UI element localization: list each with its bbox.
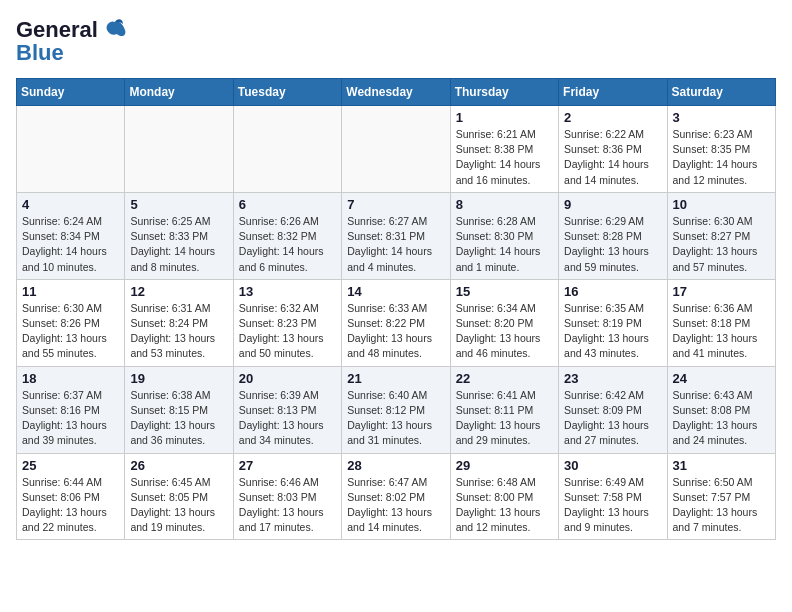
- calendar-day-cell: 22Sunrise: 6:41 AMSunset: 8:11 PMDayligh…: [450, 366, 558, 453]
- calendar-header-row: SundayMondayTuesdayWednesdayThursdayFrid…: [17, 79, 776, 106]
- day-number: 30: [564, 458, 661, 473]
- calendar-empty-cell: [342, 106, 450, 193]
- calendar-week-row: 1Sunrise: 6:21 AMSunset: 8:38 PMDaylight…: [17, 106, 776, 193]
- calendar-empty-cell: [17, 106, 125, 193]
- weekday-header-thursday: Thursday: [450, 79, 558, 106]
- calendar-week-row: 25Sunrise: 6:44 AMSunset: 8:06 PMDayligh…: [17, 453, 776, 540]
- day-number: 18: [22, 371, 119, 386]
- day-info: Sunrise: 6:39 AMSunset: 8:13 PMDaylight:…: [239, 388, 336, 449]
- calendar-day-cell: 17Sunrise: 6:36 AMSunset: 8:18 PMDayligh…: [667, 279, 775, 366]
- day-info: Sunrise: 6:46 AMSunset: 8:03 PMDaylight:…: [239, 475, 336, 536]
- day-number: 16: [564, 284, 661, 299]
- calendar-day-cell: 25Sunrise: 6:44 AMSunset: 8:06 PMDayligh…: [17, 453, 125, 540]
- day-info: Sunrise: 6:30 AMSunset: 8:26 PMDaylight:…: [22, 301, 119, 362]
- calendar-day-cell: 2Sunrise: 6:22 AMSunset: 8:36 PMDaylight…: [559, 106, 667, 193]
- day-info: Sunrise: 6:28 AMSunset: 8:30 PMDaylight:…: [456, 214, 553, 275]
- calendar-day-cell: 31Sunrise: 6:50 AMSunset: 7:57 PMDayligh…: [667, 453, 775, 540]
- page-header: General Blue: [16, 16, 776, 66]
- calendar-week-row: 4Sunrise: 6:24 AMSunset: 8:34 PMDaylight…: [17, 192, 776, 279]
- calendar-day-cell: 27Sunrise: 6:46 AMSunset: 8:03 PMDayligh…: [233, 453, 341, 540]
- day-info: Sunrise: 6:40 AMSunset: 8:12 PMDaylight:…: [347, 388, 444, 449]
- day-number: 5: [130, 197, 227, 212]
- day-info: Sunrise: 6:44 AMSunset: 8:06 PMDaylight:…: [22, 475, 119, 536]
- calendar-day-cell: 6Sunrise: 6:26 AMSunset: 8:32 PMDaylight…: [233, 192, 341, 279]
- day-info: Sunrise: 6:50 AMSunset: 7:57 PMDaylight:…: [673, 475, 770, 536]
- weekday-header-monday: Monday: [125, 79, 233, 106]
- calendar-week-row: 11Sunrise: 6:30 AMSunset: 8:26 PMDayligh…: [17, 279, 776, 366]
- day-info: Sunrise: 6:27 AMSunset: 8:31 PMDaylight:…: [347, 214, 444, 275]
- day-number: 7: [347, 197, 444, 212]
- day-number: 19: [130, 371, 227, 386]
- day-number: 10: [673, 197, 770, 212]
- calendar-day-cell: 14Sunrise: 6:33 AMSunset: 8:22 PMDayligh…: [342, 279, 450, 366]
- weekday-header-saturday: Saturday: [667, 79, 775, 106]
- day-info: Sunrise: 6:22 AMSunset: 8:36 PMDaylight:…: [564, 127, 661, 188]
- day-number: 31: [673, 458, 770, 473]
- calendar-day-cell: 13Sunrise: 6:32 AMSunset: 8:23 PMDayligh…: [233, 279, 341, 366]
- day-number: 24: [673, 371, 770, 386]
- calendar-empty-cell: [233, 106, 341, 193]
- day-number: 2: [564, 110, 661, 125]
- day-info: Sunrise: 6:30 AMSunset: 8:27 PMDaylight:…: [673, 214, 770, 275]
- day-number: 14: [347, 284, 444, 299]
- calendar-day-cell: 4Sunrise: 6:24 AMSunset: 8:34 PMDaylight…: [17, 192, 125, 279]
- day-info: Sunrise: 6:47 AMSunset: 8:02 PMDaylight:…: [347, 475, 444, 536]
- calendar-day-cell: 7Sunrise: 6:27 AMSunset: 8:31 PMDaylight…: [342, 192, 450, 279]
- day-number: 29: [456, 458, 553, 473]
- calendar-day-cell: 28Sunrise: 6:47 AMSunset: 8:02 PMDayligh…: [342, 453, 450, 540]
- weekday-header-tuesday: Tuesday: [233, 79, 341, 106]
- day-info: Sunrise: 6:36 AMSunset: 8:18 PMDaylight:…: [673, 301, 770, 362]
- day-number: 1: [456, 110, 553, 125]
- day-number: 20: [239, 371, 336, 386]
- day-info: Sunrise: 6:34 AMSunset: 8:20 PMDaylight:…: [456, 301, 553, 362]
- logo-bird-icon: [101, 16, 129, 44]
- day-info: Sunrise: 6:38 AMSunset: 8:15 PMDaylight:…: [130, 388, 227, 449]
- day-number: 3: [673, 110, 770, 125]
- calendar-day-cell: 12Sunrise: 6:31 AMSunset: 8:24 PMDayligh…: [125, 279, 233, 366]
- calendar-day-cell: 5Sunrise: 6:25 AMSunset: 8:33 PMDaylight…: [125, 192, 233, 279]
- day-info: Sunrise: 6:24 AMSunset: 8:34 PMDaylight:…: [22, 214, 119, 275]
- day-info: Sunrise: 6:21 AMSunset: 8:38 PMDaylight:…: [456, 127, 553, 188]
- weekday-header-wednesday: Wednesday: [342, 79, 450, 106]
- day-info: Sunrise: 6:33 AMSunset: 8:22 PMDaylight:…: [347, 301, 444, 362]
- day-info: Sunrise: 6:42 AMSunset: 8:09 PMDaylight:…: [564, 388, 661, 449]
- calendar-day-cell: 24Sunrise: 6:43 AMSunset: 8:08 PMDayligh…: [667, 366, 775, 453]
- day-number: 8: [456, 197, 553, 212]
- day-number: 27: [239, 458, 336, 473]
- calendar-week-row: 18Sunrise: 6:37 AMSunset: 8:16 PMDayligh…: [17, 366, 776, 453]
- day-info: Sunrise: 6:31 AMSunset: 8:24 PMDaylight:…: [130, 301, 227, 362]
- weekday-header-sunday: Sunday: [17, 79, 125, 106]
- day-number: 28: [347, 458, 444, 473]
- weekday-header-friday: Friday: [559, 79, 667, 106]
- calendar-day-cell: 20Sunrise: 6:39 AMSunset: 8:13 PMDayligh…: [233, 366, 341, 453]
- calendar-day-cell: 11Sunrise: 6:30 AMSunset: 8:26 PMDayligh…: [17, 279, 125, 366]
- day-number: 22: [456, 371, 553, 386]
- day-info: Sunrise: 6:43 AMSunset: 8:08 PMDaylight:…: [673, 388, 770, 449]
- calendar-day-cell: 10Sunrise: 6:30 AMSunset: 8:27 PMDayligh…: [667, 192, 775, 279]
- day-number: 21: [347, 371, 444, 386]
- day-info: Sunrise: 6:32 AMSunset: 8:23 PMDaylight:…: [239, 301, 336, 362]
- day-info: Sunrise: 6:45 AMSunset: 8:05 PMDaylight:…: [130, 475, 227, 536]
- day-number: 11: [22, 284, 119, 299]
- calendar-day-cell: 29Sunrise: 6:48 AMSunset: 8:00 PMDayligh…: [450, 453, 558, 540]
- calendar-day-cell: 26Sunrise: 6:45 AMSunset: 8:05 PMDayligh…: [125, 453, 233, 540]
- day-number: 15: [456, 284, 553, 299]
- calendar-table: SundayMondayTuesdayWednesdayThursdayFrid…: [16, 78, 776, 540]
- day-number: 17: [673, 284, 770, 299]
- calendar-day-cell: 19Sunrise: 6:38 AMSunset: 8:15 PMDayligh…: [125, 366, 233, 453]
- calendar-day-cell: 15Sunrise: 6:34 AMSunset: 8:20 PMDayligh…: [450, 279, 558, 366]
- day-info: Sunrise: 6:35 AMSunset: 8:19 PMDaylight:…: [564, 301, 661, 362]
- day-number: 4: [22, 197, 119, 212]
- logo: General Blue: [16, 16, 129, 66]
- day-info: Sunrise: 6:23 AMSunset: 8:35 PMDaylight:…: [673, 127, 770, 188]
- day-info: Sunrise: 6:41 AMSunset: 8:11 PMDaylight:…: [456, 388, 553, 449]
- day-info: Sunrise: 6:48 AMSunset: 8:00 PMDaylight:…: [456, 475, 553, 536]
- calendar-day-cell: 3Sunrise: 6:23 AMSunset: 8:35 PMDaylight…: [667, 106, 775, 193]
- calendar-day-cell: 9Sunrise: 6:29 AMSunset: 8:28 PMDaylight…: [559, 192, 667, 279]
- day-info: Sunrise: 6:29 AMSunset: 8:28 PMDaylight:…: [564, 214, 661, 275]
- calendar-day-cell: 30Sunrise: 6:49 AMSunset: 7:58 PMDayligh…: [559, 453, 667, 540]
- calendar-empty-cell: [125, 106, 233, 193]
- day-number: 9: [564, 197, 661, 212]
- day-info: Sunrise: 6:26 AMSunset: 8:32 PMDaylight:…: [239, 214, 336, 275]
- day-info: Sunrise: 6:49 AMSunset: 7:58 PMDaylight:…: [564, 475, 661, 536]
